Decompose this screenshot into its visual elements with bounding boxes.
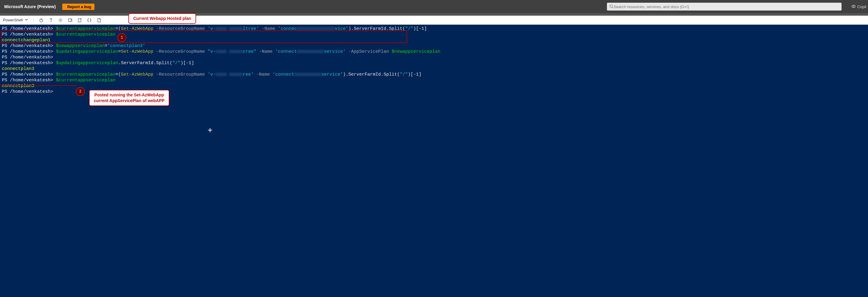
term-line: PS /home/venkatesh> $updatingappservicep… — [2, 60, 866, 66]
product-title: Microsoft Azure (Preview) — [4, 4, 56, 9]
svg-point-5 — [51, 21, 51, 21]
annotation-marker-1: 1 — [117, 33, 126, 42]
azure-header: Microsoft Azure (Preview) Report a bug C… — [0, 0, 868, 13]
chevron-down-icon — [25, 18, 28, 22]
copilot-icon — [851, 4, 856, 10]
term-line: PS /home/venkatesh> — [2, 55, 866, 60]
report-bug-button[interactable]: Report a bug — [62, 4, 94, 10]
term-line: PS /home/venkatesh> $currentappservicepl… — [2, 77, 866, 83]
term-line: PS /home/venkatesh> $updatingappservicep… — [2, 49, 866, 55]
report-bug-label: Report a bug — [67, 4, 91, 9]
document-icon[interactable] — [97, 18, 101, 23]
power-icon[interactable] — [39, 18, 43, 23]
annotation-callout-1: Current Webapp Hosted plan — [128, 13, 196, 24]
braces-icon[interactable] — [87, 18, 92, 23]
svg-rect-7 — [69, 19, 71, 22]
settings-icon[interactable] — [58, 18, 63, 23]
term-output: connectplan3 — [2, 83, 866, 89]
search-icon — [609, 4, 614, 9]
help-icon[interactable] — [49, 18, 53, 23]
cursor-crosshair-icon: + — [208, 128, 213, 133]
shell-selector[interactable]: PowerShell — [3, 18, 28, 22]
shell-selector-label: PowerShell — [3, 18, 23, 22]
global-search[interactable] — [607, 3, 841, 10]
copilot-button[interactable]: Copil — [851, 4, 866, 10]
annotation-callout-2: Posted running the Set-AzWebApp current … — [89, 90, 169, 106]
term-line: PS /home/venkatesh> $currentappservicepl… — [2, 32, 866, 37]
svg-point-6 — [60, 19, 61, 21]
term-output: connectchangeplan1 — [2, 37, 866, 43]
term-output: connectplan3 — [2, 66, 866, 72]
upload-icon[interactable] — [68, 18, 72, 23]
term-line: PS /home/venkatesh> $currentappservicepl… — [2, 72, 866, 77]
terminal[interactable]: PS /home/venkatesh> $currentappservicepl… — [0, 25, 868, 297]
term-line: PS /home/venkatesh> $currentappservicepl… — [2, 26, 866, 32]
new-file-icon[interactable] — [77, 18, 82, 23]
term-line: PS /home/venkatesh> $newappserviceplan='… — [2, 43, 866, 49]
copilot-label: Copil — [857, 4, 866, 9]
annotation-connector-2 — [0, 85, 77, 86]
annotation-marker-2: 2 — [76, 87, 85, 96]
svg-point-1 — [610, 4, 613, 7]
search-input[interactable] — [614, 4, 839, 9]
svg-rect-8 — [78, 19, 81, 22]
